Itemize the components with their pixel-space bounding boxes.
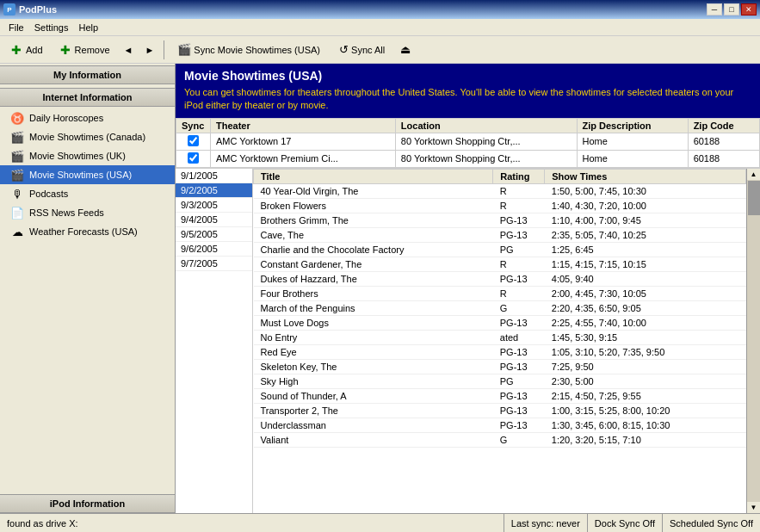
close-button[interactable]: ✕ (741, 3, 757, 15)
showtime-row[interactable]: Broken Flowers R 1:40, 4:30, 7:20, 10:00 (254, 198, 746, 213)
sync-all-button[interactable]: ↺ Sync All (331, 40, 392, 59)
sidebar-item-movie-canada[interactable]: 🎬 Movie Showtimes (Canada) (0, 127, 175, 146)
movie-usa-icon: 🎬 (10, 168, 24, 182)
my-information-button[interactable]: My Information (0, 65, 175, 84)
date-item[interactable]: 9/5/2005 (176, 226, 252, 241)
sync-checkbox-cell[interactable] (176, 150, 211, 167)
maximize-button[interactable]: □ (724, 3, 739, 15)
sync-checkbox-cell[interactable] (176, 133, 211, 150)
showtime-row[interactable]: Sky High PG 2:30, 5:00 (254, 374, 746, 388)
sync-checkbox[interactable] (188, 152, 199, 164)
date-item[interactable]: 9/1/2005 (176, 169, 252, 183)
sync-checkbox[interactable] (188, 135, 199, 146)
showtime-row[interactable]: No Entry ated 1:45, 5:30, 9:15 (254, 330, 746, 344)
col-sync: Sync (176, 118, 211, 133)
showtime-row[interactable]: Four Brothers R 2:00, 4:45, 7:30, 10:05 (254, 286, 746, 300)
showtime-row[interactable]: Transporter 2, The PG-13 1:00, 3:15, 5:2… (254, 403, 746, 418)
sidebar-item-daily-horoscopes[interactable]: ♉ Daily Horoscopes (0, 108, 175, 127)
sidebar-item-movie-usa[interactable]: 🎬 Movie Showtimes (USA) (0, 165, 175, 184)
col-theater: Theater (211, 118, 396, 133)
content-header: Movie Showtimes (USA) You can get showti… (176, 64, 760, 118)
showtime-times: 2:30, 5:00 (545, 374, 746, 388)
eject-icon: ⏏ (400, 43, 411, 56)
remove-button[interactable]: ✚ Remove (53, 40, 116, 59)
minimize-button[interactable]: ─ (707, 3, 722, 15)
showtime-row[interactable]: Brothers Grimm, The PG-13 1:10, 4:00, 7:… (254, 213, 746, 227)
showtime-row[interactable]: March of the Penguins G 2:20, 4:35, 6:50… (254, 300, 746, 315)
showtime-row[interactable]: Charlie and the Chocolate Factory PG 1:2… (254, 242, 746, 257)
showtime-title: No Entry (254, 330, 493, 344)
date-item[interactable]: 9/7/2005 (176, 256, 252, 270)
showtime-rating: R (493, 198, 545, 213)
sidebar-item-movie-uk[interactable]: 🎬 Movie Showtimes (UK) (0, 146, 175, 165)
date-item[interactable]: 9/3/2005 (176, 197, 252, 212)
showtime-times: 1:15, 4:15, 7:15, 10:15 (545, 257, 746, 271)
movie-uk-icon: 🎬 (10, 149, 24, 163)
showtime-row[interactable]: Must Love Dogs PG-13 2:25, 4:55, 7:40, 1… (254, 315, 746, 330)
content-area: Movie Showtimes (USA) You can get showti… (176, 64, 760, 513)
showtime-row[interactable]: Skeleton Key, The PG-13 7:25, 9:50 (254, 359, 746, 374)
showtime-title: Dukes of Hazzard, The (254, 271, 493, 286)
sidebar-item-podcasts[interactable]: 🎙 Podcasts (0, 184, 175, 203)
sync-movie-button[interactable]: 🎬 Sync Movie Showtimes (USA) (170, 40, 328, 59)
showtime-row[interactable]: 40 Year-Old Virgin, The R 1:50, 5:00, 7:… (254, 183, 746, 198)
nav-forward-button[interactable]: ► (140, 42, 158, 58)
eject-button[interactable]: ⏏ (396, 40, 415, 59)
showtime-rating: PG-13 (493, 315, 545, 330)
col-rating: Rating (493, 169, 545, 183)
showtime-times: 2:20, 4:35, 6:50, 9:05 (545, 300, 746, 315)
theater-row[interactable]: AMC Yorktown 17 80 Yorktown Shopping Ctr… (176, 133, 760, 150)
main-container: My Information Internet Information ♉ Da… (0, 64, 760, 513)
showtime-rating: PG-13 (493, 403, 545, 418)
showtime-times: 1:50, 5:00, 7:45, 10:30 (545, 183, 746, 198)
titlebar: P PodPlus ─ □ ✕ (0, 0, 760, 19)
showtime-row[interactable]: Cave, The PG-13 2:35, 5:05, 7:40, 10:25 (254, 227, 746, 242)
col-zip-desc: Zip Description (577, 118, 688, 133)
nav-back-button[interactable]: ◄ (120, 42, 138, 58)
showtime-times: 2:25, 4:55, 7:40, 10:00 (545, 315, 746, 330)
showtime-row[interactable]: Underclassman PG-13 1:30, 3:45, 6:00, 8:… (254, 418, 746, 432)
menu-settings[interactable]: Settings (29, 21, 74, 34)
date-item[interactable]: 9/4/2005 (176, 212, 252, 226)
showtimes-panel: Title Rating Show Times 40 Year-Old Virg… (253, 169, 746, 513)
theater-zip-desc: Home (577, 150, 688, 167)
showtime-times: 1:10, 4:00, 7:00, 9:45 (545, 213, 746, 227)
sidebar-item-weather[interactable]: ☁ Weather Forecasts (USA) (0, 222, 175, 241)
scrollbar[interactable]: ▲ ▼ (746, 169, 760, 513)
showtimes-table: Title Rating Show Times 40 Year-Old Virg… (253, 169, 746, 448)
menu-file[interactable]: File (3, 21, 29, 34)
app-title: PodPlus (19, 4, 57, 15)
showtime-row[interactable]: Dukes of Hazzard, The PG-13 4:05, 9:40 (254, 271, 746, 286)
showtime-rating: PG (493, 242, 545, 257)
status-drive: found as drive X: (0, 514, 504, 532)
showtime-rating: PG-13 (493, 271, 545, 286)
theater-table: Sync Theater Location Zip Description Zi… (176, 118, 760, 168)
showtime-title: Constant Gardener, The (254, 257, 493, 271)
status-last-sync: Last sync: never (504, 514, 588, 532)
sidebar: My Information Internet Information ♉ Da… (0, 64, 176, 513)
col-showtimes: Show Times (545, 169, 746, 183)
content-title: Movie Showtimes (USA) (184, 69, 751, 83)
showtime-row[interactable]: Valiant G 1:20, 3:20, 5:15, 7:10 (254, 432, 746, 447)
scroll-up-arrow[interactable]: ▲ (749, 169, 759, 180)
ipod-information-button[interactable]: iPod Information (0, 494, 175, 513)
menu-help[interactable]: Help (73, 21, 103, 34)
dates-panel: 9/1/20059/2/20059/3/20059/4/20059/5/2005… (176, 169, 253, 513)
date-item[interactable]: 9/6/2005 (176, 241, 252, 256)
showtime-row[interactable]: Constant Gardener, The R 1:15, 4:15, 7:1… (254, 257, 746, 271)
internet-information-button[interactable]: Internet Information (0, 88, 175, 107)
showtime-row[interactable]: Sound of Thunder, A PG-13 2:15, 4:50, 7:… (254, 388, 746, 403)
sidebar-item-label: RSS News Feeds (29, 207, 104, 218)
scroll-down-arrow[interactable]: ▼ (749, 502, 759, 513)
app-icon: P (3, 3, 15, 15)
showtime-rating: PG-13 (493, 344, 545, 359)
showtime-title: Sky High (254, 374, 493, 388)
showtime-row[interactable]: Red Eye PG-13 1:05, 3:10, 5:20, 7:35, 9:… (254, 344, 746, 359)
showtime-title: Underclassman (254, 418, 493, 432)
theater-row[interactable]: AMC Yorktown Premium Ci... 80 Yorktown S… (176, 150, 760, 167)
scroll-thumb[interactable] (748, 181, 760, 215)
add-button[interactable]: ✚ Add (3, 40, 49, 59)
date-item[interactable]: 9/2/2005 (176, 182, 252, 197)
theater-zip-desc: Home (577, 133, 688, 150)
sidebar-item-rss-news[interactable]: 📄 RSS News Feeds (0, 203, 175, 222)
